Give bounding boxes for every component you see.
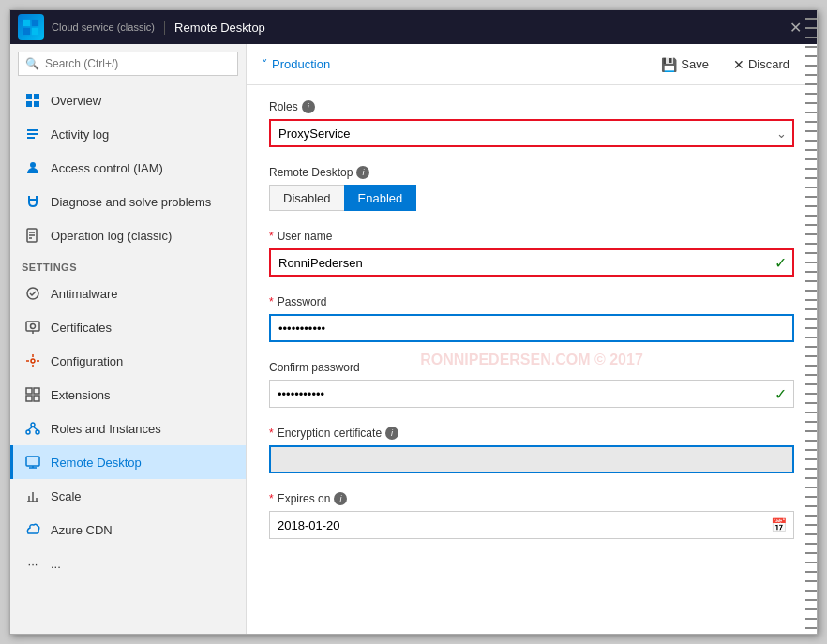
sidebar-label-roles-instances: Roles and Instances bbox=[51, 422, 161, 436]
expires-group: * Expires on i 📅 bbox=[269, 492, 794, 539]
roles-select[interactable]: ProxyService bbox=[269, 119, 794, 147]
svg-rect-21 bbox=[26, 388, 32, 394]
sidebar-label-azure-cdn: Azure CDN bbox=[51, 523, 113, 537]
sidebar-item-more[interactable]: ··· ... bbox=[10, 547, 246, 580]
scale-icon bbox=[24, 487, 41, 504]
roles-group: Roles i ProxyService ⌄ bbox=[269, 100, 794, 147]
close-button[interactable]: ✕ bbox=[782, 15, 809, 40]
save-label: Save bbox=[681, 57, 709, 71]
svg-rect-22 bbox=[34, 388, 39, 394]
sidebar-label-remote-desktop: Remote Desktop bbox=[51, 456, 142, 470]
password-group: * Password bbox=[269, 295, 794, 342]
username-group: * User name ✓ bbox=[269, 230, 794, 277]
sidebar-item-azure-cdn[interactable]: Azure CDN bbox=[10, 513, 246, 547]
save-icon: 💾 bbox=[661, 57, 677, 72]
azure-cdn-icon bbox=[24, 521, 41, 538]
username-label: * User name bbox=[269, 230, 794, 243]
sidebar-item-operation-log[interactable]: Operation log (classic) bbox=[10, 218, 246, 252]
sidebar-item-scale[interactable]: Scale bbox=[10, 479, 246, 513]
sidebar-item-roles-instances[interactable]: Roles and Instances bbox=[10, 412, 246, 445]
sidebar-label-scale: Scale bbox=[51, 489, 82, 503]
expires-input-wrap: 📅 bbox=[269, 511, 794, 539]
sidebar-label-extensions: Extensions bbox=[51, 388, 111, 402]
sidebar-item-extensions[interactable]: Extensions bbox=[10, 378, 246, 412]
toggle-disabled-button[interactable]: Disabled bbox=[269, 185, 344, 211]
sidebar-label-configuration: Configuration bbox=[51, 354, 123, 368]
confirm-password-label: Confirm password bbox=[269, 361, 794, 374]
expires-info-icon[interactable]: i bbox=[334, 492, 347, 505]
sidebar-item-overview[interactable]: Overview bbox=[10, 83, 246, 117]
svg-point-25 bbox=[31, 423, 35, 427]
encryption-info-icon[interactable]: i bbox=[385, 427, 398, 440]
sidebar-label-operation-log: Operation log (classic) bbox=[51, 229, 172, 243]
svg-rect-6 bbox=[26, 101, 32, 107]
sidebar-label-diagnose: Diagnose and solve problems bbox=[51, 195, 211, 209]
username-input[interactable] bbox=[269, 248, 794, 277]
search-input[interactable] bbox=[18, 52, 238, 76]
activity-log-icon bbox=[24, 126, 41, 142]
sidebar-item-diagnose[interactable]: Diagnose and solve problems bbox=[10, 185, 246, 218]
toggle-group: Disabled Enabled bbox=[269, 185, 794, 211]
sidebar-item-antimalware[interactable]: Antimalware bbox=[10, 277, 246, 310]
app-logo bbox=[18, 14, 44, 40]
sidebar-item-configuration[interactable]: Configuration bbox=[10, 344, 246, 378]
svg-rect-10 bbox=[27, 137, 35, 139]
expires-label: * Expires on i bbox=[269, 492, 794, 505]
sidebar-item-remote-desktop[interactable]: Remote Desktop bbox=[10, 445, 246, 479]
svg-rect-0 bbox=[23, 20, 30, 26]
password-input-wrap bbox=[269, 314, 794, 342]
sidebar-item-activity-log[interactable]: Activity log bbox=[10, 117, 246, 151]
svg-rect-3 bbox=[32, 28, 38, 35]
antimalware-icon bbox=[24, 285, 41, 302]
confirm-password-input[interactable] bbox=[269, 380, 794, 408]
breadcrumb-chevron: ˅ bbox=[262, 57, 268, 71]
svg-rect-1 bbox=[32, 20, 38, 26]
username-check-icon: ✓ bbox=[774, 254, 787, 272]
app-subtitle: Cloud service (classic) bbox=[52, 22, 155, 33]
svg-point-11 bbox=[30, 162, 36, 168]
discard-icon: ✕ bbox=[733, 57, 744, 72]
search-icon: 🔍 bbox=[25, 57, 39, 70]
title-bar: Cloud service (classic) Remote Desktop ✕ bbox=[10, 10, 817, 44]
password-input[interactable] bbox=[269, 314, 794, 342]
save-button[interactable]: 💾 Save bbox=[649, 52, 721, 78]
form-area: RONNIPEDERSEN.COM © 2017 Roles i ProxySe… bbox=[247, 85, 817, 634]
search-box[interactable]: 🔍 bbox=[18, 52, 238, 76]
sidebar-label-overview: Overview bbox=[51, 94, 101, 108]
encryption-input[interactable] bbox=[269, 445, 794, 473]
calendar-icon: 📅 bbox=[771, 517, 787, 532]
main-area: 🔍 Overview Activity log Acc bbox=[10, 44, 817, 634]
more-icon: ··· bbox=[24, 555, 41, 572]
confirm-password-check-icon: ✓ bbox=[774, 385, 787, 403]
sidebar-item-access-control[interactable]: Access control (IAM) bbox=[10, 151, 246, 185]
breadcrumb[interactable]: ˅ Production bbox=[262, 57, 330, 71]
roles-info-icon[interactable]: i bbox=[302, 100, 315, 113]
svg-rect-2 bbox=[23, 28, 30, 35]
svg-rect-5 bbox=[34, 94, 39, 99]
remote-desktop-info-icon[interactable]: i bbox=[356, 166, 369, 179]
svg-rect-30 bbox=[26, 457, 39, 466]
sidebar-item-certificates[interactable]: Certificates bbox=[10, 310, 246, 344]
toggle-enabled-button[interactable]: Enabled bbox=[344, 185, 417, 211]
sidebar-label-access-control: Access control (IAM) bbox=[51, 161, 163, 175]
confirm-password-group: Confirm password ✓ bbox=[269, 361, 794, 408]
certificates-icon bbox=[24, 319, 41, 336]
confirm-password-input-wrap: ✓ bbox=[269, 380, 794, 408]
svg-point-18 bbox=[31, 324, 36, 329]
svg-line-28 bbox=[28, 427, 33, 430]
discard-button[interactable]: ✕ Discard bbox=[721, 52, 802, 78]
svg-rect-7 bbox=[34, 101, 39, 107]
svg-rect-4 bbox=[26, 94, 32, 99]
remote-desktop-icon bbox=[24, 454, 41, 471]
expires-input[interactable] bbox=[269, 511, 794, 539]
svg-rect-23 bbox=[34, 396, 39, 401]
diagnose-icon bbox=[24, 193, 41, 210]
remote-desktop-group: Remote Desktop i Disabled Enabled bbox=[269, 166, 794, 211]
roles-label: Roles i bbox=[269, 100, 794, 113]
discard-label: Discard bbox=[748, 57, 789, 71]
svg-line-29 bbox=[33, 427, 38, 430]
breadcrumb-label: Production bbox=[272, 57, 330, 71]
svg-rect-8 bbox=[27, 129, 38, 131]
app-subtitle-wrap: Cloud service (classic) bbox=[52, 22, 155, 33]
remote-desktop-label: Remote Desktop i bbox=[269, 166, 794, 179]
